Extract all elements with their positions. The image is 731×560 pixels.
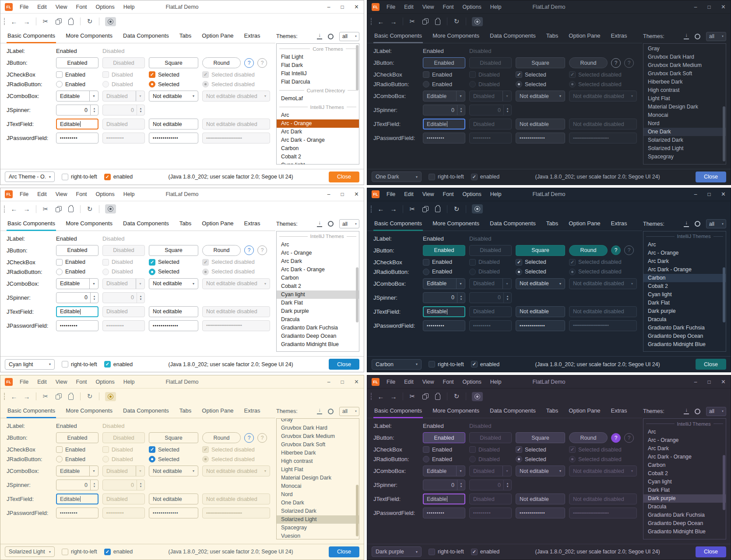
tab-extras[interactable]: Extras [610,404,628,418]
radio-icon[interactable] [149,81,155,88]
enabled-option[interactable]: enabled [104,361,133,368]
toolbar-grip[interactable] [371,206,372,213]
passwordfield-not-editable[interactable]: ••••••••••••• [149,133,198,144]
chevron-down-icon[interactable] [89,279,98,289]
menu-file[interactable]: File [20,4,28,10]
textfield-editable[interactable]: Editable [423,494,465,504]
tab-option-pane[interactable]: Option Pane [568,217,601,231]
spinner-enabled[interactable]: 0 [423,480,465,490]
checkbox-icon[interactable] [516,259,522,266]
theme-filter-combo[interactable]: all [339,32,359,41]
theme-list-item[interactable]: Carbon [277,274,359,282]
theme-list-scrollbar[interactable] [356,485,358,536]
radio-enabled[interactable]: Enabled [56,81,98,88]
github-icon[interactable] [328,409,334,414]
chevron-down-icon[interactable] [89,466,98,476]
tab-more-components[interactable]: More Components [65,29,113,43]
theme-list-item[interactable]: Cyan light [643,290,726,299]
toolbar-grip[interactable] [4,206,5,213]
download-icon[interactable] [684,408,689,414]
tab-extras[interactable]: Extras [243,217,261,231]
tab-data-components[interactable]: Data Components [122,217,170,231]
combobox-editable[interactable]: Editable [423,91,465,102]
tab-tabs[interactable]: Tabs [179,217,192,231]
chevron-down-icon[interactable] [556,279,565,289]
theme-list-scrollbar[interactable] [723,455,725,510]
tab-more-components[interactable]: More Components [432,217,480,231]
tab-option-pane[interactable]: Option Pane [201,404,234,418]
enabled-checkbox[interactable] [104,361,111,368]
theme-list-item[interactable]: Solarized Dark [643,136,726,144]
radio-icon[interactable] [56,456,63,462]
checkbox-icon[interactable] [149,446,155,453]
spinner-enabled[interactable]: 0 [423,105,465,116]
theme-list-item-selected[interactable]: Arc - Orange [277,119,359,128]
radio-selected[interactable]: Selected [149,269,198,275]
square-button[interactable]: Square [149,245,198,256]
theme-list-item[interactable]: Arc Dark [277,128,359,136]
enabled-checkbox[interactable] [104,174,111,180]
theme-filter-combo[interactable]: all [706,407,726,416]
textfield-not-editable[interactable]: Not editable [516,119,565,130]
github-icon[interactable] [328,34,334,39]
right-to-left-option[interactable]: right-to-left [429,361,464,368]
tab-data-components[interactable]: Data Components [489,404,537,418]
theme-combo[interactable]: Solarized Light [5,546,55,557]
minimize-button[interactable]: – [694,379,697,385]
theme-list-item[interactable]: Arc Dark - Orange [277,136,359,144]
github-icon[interactable] [695,409,700,414]
cut-icon[interactable]: ✂ [42,18,49,25]
copy-icon[interactable] [55,18,62,24]
right-to-left-checkbox[interactable] [429,549,435,555]
help-button-secondary[interactable]: ? [624,245,634,255]
radio-icon[interactable] [516,456,522,462]
theme-list-item[interactable]: Arc Dark - Orange [643,453,726,461]
show-hints-toggle[interactable] [472,392,483,401]
tab-extras[interactable]: Extras [610,29,628,43]
tab-data-components[interactable]: Data Components [122,404,170,418]
textfield-editable[interactable]: Editable [423,119,465,130]
toolbar-grip[interactable] [4,18,5,25]
copy-icon[interactable] [422,206,429,212]
help-button[interactable]: ? [611,58,621,68]
menu-font[interactable]: Font [76,379,87,385]
enabled-button[interactable]: Enabled [423,245,465,256]
combobox-not-editable[interactable]: Not editable [149,91,198,102]
radio-icon[interactable] [56,81,63,88]
checkbox-selected[interactable]: Selected [516,259,565,266]
menu-view[interactable]: View [56,4,67,10]
textfield-not-editable[interactable]: Not editable [149,119,198,130]
show-hints-toggle[interactable] [105,204,116,214]
chevron-down-icon[interactable] [456,466,465,476]
help-button[interactable]: ? [244,58,254,68]
radio-icon[interactable] [149,456,155,462]
round-button[interactable]: Round [202,245,241,256]
help-button[interactable]: ? [244,433,254,443]
minimize-button[interactable]: – [327,4,330,10]
square-button[interactable]: Square [149,57,198,68]
radio-selected[interactable]: Selected [516,269,565,275]
menu-view[interactable]: View [422,379,434,385]
theme-list-item[interactable]: Arc Dark - Orange [277,266,359,274]
copy-icon[interactable] [422,393,429,399]
menu-view[interactable]: View [422,191,434,197]
checkbox-enabled[interactable]: Enabled [56,446,98,453]
theme-list-item[interactable]: Arc [277,111,359,119]
checkbox-icon[interactable] [423,259,429,266]
spinner-arrows[interactable] [90,105,98,115]
menu-font[interactable]: Font [76,191,87,197]
combobox-editable[interactable]: Editable [56,466,98,476]
theme-list-item[interactable]: Nord [277,490,359,499]
close-window-button[interactable]: × [721,4,725,10]
theme-list-item[interactable]: Gradianto Deep Ocean [277,332,359,340]
paste-icon[interactable] [434,18,441,25]
theme-list-item-selected[interactable]: Solarized Light [277,515,359,524]
theme-filter-combo[interactable]: all [339,219,359,228]
help-button-secondary[interactable]: ? [624,433,634,443]
enabled-button[interactable]: Enabled [56,432,98,443]
radio-selected[interactable]: Selected [149,456,198,462]
combobox-not-editable[interactable]: Not editable [516,466,565,476]
theme-list-item[interactable]: Dark Flat [643,299,726,307]
chevron-down-icon[interactable] [412,547,421,556]
tab-data-components[interactable]: Data Components [122,29,170,43]
